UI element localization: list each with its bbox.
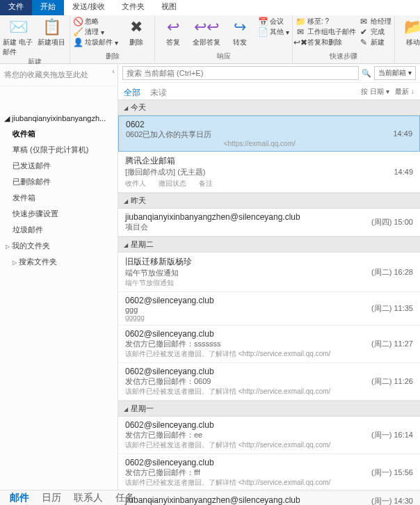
sort-order[interactable]: 最新 ↓ bbox=[395, 88, 414, 95]
forward-button[interactable]: ↪转发 bbox=[225, 17, 255, 47]
tab-folder[interactable]: 文件夹 bbox=[113, 0, 153, 15]
message-item[interactable]: 旧版迁移新版杨珍 端午节放假通知 端午节放假通知 (周二) 16:28 bbox=[118, 252, 420, 292]
replydel-icon: ↩✖ bbox=[296, 38, 305, 47]
message-list-pane: 🔍 当前邮箱 ▾ 全部 未读 按 日期 ▾ 最新 ↓ 今天 0602 0602已… bbox=[118, 64, 420, 490]
delete-icon: ✖ bbox=[126, 17, 147, 38]
msg-preview: 发信方已撤回邮件：fff bbox=[125, 467, 371, 478]
msg-preview: 端午节放假通知 bbox=[125, 268, 371, 278]
quick-done[interactable]: ✔完成 bbox=[359, 27, 391, 37]
msg-time: (周二) 11:26 bbox=[371, 367, 413, 396]
group-quick-label: 快速步骤 bbox=[296, 51, 391, 62]
clean-button[interactable]: 🧹清理 ▾ bbox=[73, 27, 118, 37]
msg-extra: ggggg bbox=[125, 314, 371, 321]
msg-extra: 该邮件已经被发送者撤回。了解详情 <http://service.exmail.… bbox=[125, 478, 371, 488]
ignore-icon: 🚫 bbox=[73, 17, 83, 26]
folder-quicksteps[interactable]: 快速步骤设置 bbox=[0, 206, 118, 222]
recall-recipient: 收件人 bbox=[125, 179, 146, 189]
msg-subject: jiubanqianyixinbanyangzhen@silenceyang.c… bbox=[125, 212, 371, 222]
message-item[interactable]: jiubanqianyixinbanyangzhen@silenceyang.c… bbox=[118, 492, 420, 505]
reply-icon: ↩ bbox=[163, 17, 184, 38]
new-item-icon: 📋 bbox=[41, 17, 62, 38]
group-tuesday[interactable]: 星期二 bbox=[118, 237, 420, 252]
search-input[interactable] bbox=[122, 66, 359, 80]
tab-file[interactable]: 文件 bbox=[0, 0, 32, 15]
quick-moveto[interactable]: 📁移至: ? bbox=[296, 17, 356, 26]
meeting-button[interactable]: 📅会议 bbox=[258, 17, 289, 26]
reply-all-button[interactable]: ↩↩全部答复 bbox=[191, 17, 222, 47]
folder-searchfolders[interactable]: 搜索文件夹 bbox=[0, 254, 118, 270]
clean-icon: 🧹 bbox=[73, 27, 83, 37]
quick-team[interactable]: ✉工作组电子邮件 bbox=[296, 27, 356, 37]
mailbox-root[interactable]: ◢ jiubanqianyixinbanyangzh... bbox=[0, 111, 118, 126]
message-item[interactable]: 0602@silenceyang.club ggg ggggg (周二) 11:… bbox=[118, 292, 420, 326]
msg-time: 14:49 bbox=[393, 120, 412, 147]
msg-time: (周二) 11:27 bbox=[371, 329, 413, 359]
group-move-label: 移动 bbox=[398, 51, 420, 62]
reply-button[interactable]: ↩答复 bbox=[158, 17, 188, 47]
search-scope-dropdown[interactable]: 当前邮箱 ▾ bbox=[374, 66, 416, 80]
filter-all[interactable]: 全部 bbox=[124, 87, 140, 99]
message-item[interactable]: 0602@silenceyang.club 发信方已撤回邮件：ee 该邮件已经被… bbox=[118, 417, 420, 454]
meeting-icon: 📅 bbox=[258, 17, 268, 26]
junk-button[interactable]: 👤垃圾邮件 ▾ bbox=[73, 38, 118, 47]
folder-outbox[interactable]: 发件箱 bbox=[0, 190, 118, 206]
message-item[interactable]: 0602@silenceyang.club 发信方已撤回邮件：fff 该邮件已经… bbox=[118, 454, 420, 492]
msg-subject: 0602 bbox=[126, 120, 393, 129]
bottom-tasks[interactable]: 任务 bbox=[115, 492, 135, 504]
folder-junk[interactable]: 垃圾邮件 bbox=[0, 222, 118, 238]
message-item[interactable]: 腾讯企业邮箱 [撤回邮件成功] (无主题) 收件人 撤回状态 备注 14:49 bbox=[118, 152, 420, 193]
quick-replydel[interactable]: ↩✖答复和删除 bbox=[296, 38, 356, 47]
bottom-mail[interactable]: 邮件 bbox=[10, 492, 29, 504]
favorites-drop[interactable]: 将您的收藏夹拖放至此处 ‹ bbox=[0, 64, 118, 86]
more-respond-button[interactable]: 📄其他 ▾ bbox=[258, 27, 289, 37]
team-icon: ✉ bbox=[296, 27, 305, 37]
filter-unread[interactable]: 未读 bbox=[150, 87, 167, 99]
msg-extra: 该邮件已经被发送者撤回。了解详情 <http://service.exmail.… bbox=[125, 440, 371, 450]
tab-home[interactable]: 开始 bbox=[32, 0, 64, 15]
folder-sent[interactable]: 已发送邮件 bbox=[0, 158, 118, 174]
sort-by[interactable]: 按 日期 bbox=[361, 88, 384, 95]
msg-preview: [撤回邮件成功] (无主题) bbox=[125, 167, 394, 177]
tab-sendreceive[interactable]: 发送/接收 bbox=[64, 0, 113, 15]
folder-deleted[interactable]: 已删除邮件 bbox=[0, 174, 118, 190]
message-item[interactable]: 0602 0602已加入你的共享日历 <https://exmail.qq.co… bbox=[118, 115, 420, 152]
folder-drafts[interactable]: 草稿 (仅限于此计算机) bbox=[0, 142, 118, 158]
folder-nav: 将您的收藏夹拖放至此处 ‹ ◢ jiubanqianyixinbanyangzh… bbox=[0, 64, 118, 490]
group-monday[interactable]: 星期一 bbox=[118, 401, 420, 417]
ignore-button[interactable]: 🚫忽略 bbox=[73, 17, 118, 26]
msg-preview: ggg bbox=[125, 305, 371, 314]
bottom-calendar[interactable]: 日历 bbox=[42, 492, 61, 504]
group-yesterday[interactable]: 昨天 bbox=[118, 193, 420, 209]
msg-subject: jiubanqianyixinbanyangzhen@silenceyang.c… bbox=[125, 495, 371, 505]
collapse-icon[interactable]: ‹ bbox=[112, 67, 115, 75]
ribbon: ✉️ 新建 电子邮件 📋 新建项目 新建 🚫忽略 🧹清理 ▾ 👤垃圾邮件 ▾ ✖… bbox=[0, 15, 420, 64]
bottom-more[interactable]: … bbox=[147, 492, 157, 504]
msg-extra: <https://exmail.qq.com/ bbox=[126, 140, 393, 147]
msg-subject: 0602@silenceyang.club bbox=[125, 458, 371, 467]
msg-time: (周二) 16:28 bbox=[371, 256, 413, 288]
move-icon: 📂 bbox=[403, 17, 420, 38]
msg-subject: 0602@silenceyang.club bbox=[125, 367, 371, 376]
search-icon[interactable]: 🔍 bbox=[362, 69, 371, 78]
message-item[interactable]: jiubanqianyixinbanyangzhen@silenceyang.c… bbox=[118, 209, 420, 237]
folder-inbox[interactable]: 收件箱 bbox=[0, 126, 118, 142]
bottom-contacts[interactable]: 联系人 bbox=[74, 492, 103, 504]
tab-view[interactable]: 视图 bbox=[153, 0, 185, 15]
folder-myfolders[interactable]: 我的文件夹 bbox=[0, 238, 118, 254]
msg-preview: 发信方已撤回邮件：ee bbox=[125, 430, 371, 440]
quick-tomgr[interactable]: ✉给经理 bbox=[359, 17, 391, 26]
new-mail-button[interactable]: ✉️ 新建 电子邮件 bbox=[3, 17, 33, 57]
msg-time: (周一) 14:30 ▾ bbox=[371, 495, 413, 505]
new-quick-icon: ✎ bbox=[359, 38, 369, 47]
message-item[interactable]: 0602@silenceyang.club 发信方已撤回邮件：0609 该邮件已… bbox=[118, 363, 420, 401]
mail-icon: ✉️ bbox=[8, 17, 29, 38]
group-today[interactable]: 今天 bbox=[118, 99, 420, 115]
delete-button[interactable]: ✖ 删除 bbox=[121, 17, 152, 47]
message-item[interactable]: 0602@silenceyang.club 发信方已撤回邮件：sssssss 该… bbox=[118, 326, 420, 363]
quick-new[interactable]: ✎新建 bbox=[359, 38, 391, 47]
move-button[interactable]: 📂移动 bbox=[398, 17, 420, 47]
new-item-button[interactable]: 📋 新建项目 bbox=[36, 17, 67, 47]
tab-bar: 文件 开始 发送/接收 文件夹 视图 bbox=[0, 0, 420, 15]
recall-status: 撤回状态 bbox=[159, 179, 186, 189]
msg-extra: 端午节放假通知 bbox=[125, 278, 371, 288]
